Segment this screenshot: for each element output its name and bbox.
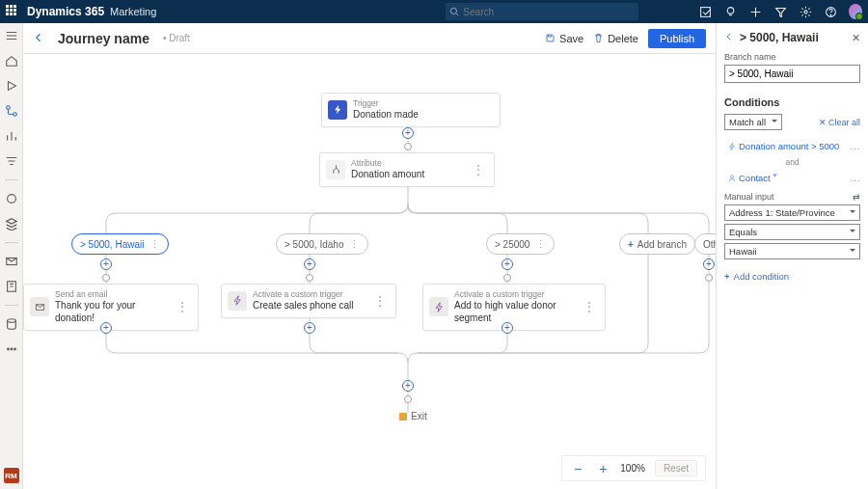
nav-layers-icon[interactable] [5, 217, 18, 231]
zoom-out-button[interactable]: − [570, 461, 585, 476]
nav-data-icon[interactable] [5, 317, 18, 331]
nav-circle-icon[interactable] [5, 192, 18, 205]
action-node-trigger-1[interactable]: Activate a custom triggerCreate sales ph… [221, 284, 396, 318]
search-input[interactable] [463, 7, 635, 17]
publish-button[interactable]: Publish [648, 29, 706, 48]
settings-icon[interactable] [799, 5, 812, 18]
trigger-icon [228, 291, 247, 311]
add-condition-button[interactable]: Add condition [724, 271, 860, 282]
trigger-node[interactable]: TriggerDonation made [321, 93, 501, 127]
zoom-reset-button[interactable]: Reset [655, 460, 697, 476]
node-more-icon[interactable]: ⋮ [580, 300, 599, 313]
branch-pill-1[interactable]: > 5000, Hawaii⋮ [71, 233, 169, 255]
svg-point-6 [830, 14, 831, 15]
add-step-button[interactable]: + [304, 322, 315, 334]
pill-more-icon[interactable]: ⋮ [535, 238, 546, 251]
global-search[interactable] [446, 3, 638, 20]
page-title: Journey name [58, 31, 149, 46]
add-step-button[interactable]: + [100, 322, 112, 334]
add-branch-button[interactable]: Add branch [619, 233, 695, 255]
nav-home-icon[interactable] [5, 54, 18, 68]
pill-more-icon[interactable]: ⋮ [349, 238, 360, 251]
connector-end [404, 143, 412, 150]
nav-templates-icon[interactable] [5, 280, 18, 293]
manual-input-label: Manual input [724, 192, 774, 202]
app-launcher-icon[interactable] [6, 5, 19, 18]
connector-end [404, 395, 412, 403]
connector-end [705, 274, 713, 282]
help-icon[interactable] [824, 5, 837, 18]
add-step-button[interactable]: + [703, 258, 715, 270]
add-step-button[interactable]: + [402, 127, 414, 139]
add-step-button[interactable]: + [402, 380, 414, 392]
node-more-icon[interactable]: ⋮ [469, 163, 488, 177]
field-select[interactable]: Address 1: State/Province [724, 204, 860, 221]
nav-analytics-icon[interactable] [5, 129, 18, 143]
action-node-trigger-2[interactable]: Activate a custom triggerAdd to high val… [422, 284, 606, 331]
condition-row-2[interactable]: Contact ˅ … [724, 170, 860, 186]
condition-row-1[interactable]: Donation amount > 5000 … [724, 138, 860, 154]
add-step-button[interactable]: + [502, 258, 513, 270]
add-step-button[interactable]: + [502, 322, 513, 334]
user-avatar[interactable] [849, 5, 862, 18]
nav-journeys-icon[interactable] [5, 104, 18, 118]
save-button[interactable]: Save [545, 33, 583, 44]
node-more-icon[interactable]: ⋮ [173, 300, 192, 313]
branch-name-input[interactable] [724, 65, 860, 83]
branch-pill-3[interactable]: > 25000⋮ [486, 233, 555, 255]
properties-panel: > 5000, Hawaii ✕ Branch name Conditions … [716, 23, 868, 489]
nav-mail-icon[interactable] [5, 255, 18, 268]
attribute-node[interactable]: AttributeDonation amount ⋮ [319, 152, 495, 187]
svg-point-3 [727, 7, 734, 14]
switch-input-icon[interactable]: ⇄ [853, 192, 860, 202]
branch-icon [326, 160, 345, 179]
nav-more-icon[interactable] [5, 342, 18, 356]
delete-button[interactable]: Delete [593, 33, 638, 44]
persona-badge[interactable]: RM [4, 468, 19, 483]
top-icons [698, 5, 862, 18]
zoom-in-button[interactable]: + [595, 461, 610, 476]
zoom-controls: − + 100% Reset [561, 455, 706, 481]
panel-title: > 5000, Hawaii [740, 31, 846, 44]
nav-play-icon[interactable] [5, 79, 18, 93]
pill-more-icon[interactable]: ⋮ [149, 238, 160, 251]
add-step-button[interactable]: + [304, 258, 315, 270]
add-icon[interactable] [748, 5, 762, 18]
connector-end [102, 274, 110, 282]
svg-point-9 [7, 195, 15, 204]
condition-more-icon[interactable]: … [850, 140, 860, 151]
branch-name-label: Branch name [724, 52, 860, 62]
idea-icon[interactable] [723, 5, 737, 18]
svg-point-25 [731, 176, 734, 178]
svg-point-8 [13, 113, 16, 117]
filter-icon[interactable] [773, 5, 787, 18]
clear-all-button[interactable]: ✕ Clear all [819, 118, 860, 127]
panel-close-button[interactable]: ✕ [852, 32, 860, 44]
value-select[interactable]: Hawaii [724, 243, 860, 259]
zoom-value: 100% [620, 463, 645, 474]
back-button[interactable] [33, 32, 44, 45]
svg-point-7 [6, 106, 10, 110]
nav-menu-icon[interactable] [5, 29, 18, 42]
trigger-icon [429, 297, 448, 316]
node-more-icon[interactable]: ⋮ [370, 294, 390, 308]
compose-icon[interactable] [698, 5, 712, 18]
command-bar: Journey name • Draft Save Delete Publish [23, 23, 716, 54]
action-node-email[interactable]: Send an emailThank you for your donation… [23, 284, 199, 331]
brand-area: Marketing [110, 6, 156, 17]
match-mode-select[interactable]: Match all [724, 114, 782, 130]
mail-icon [30, 297, 49, 316]
svg-point-13 [7, 348, 9, 350]
condition-more-icon[interactable]: … [850, 172, 860, 183]
panel-back-button[interactable] [724, 32, 734, 43]
connector-end [503, 274, 511, 282]
operator-select[interactable]: Equals [724, 224, 860, 240]
journey-canvas[interactable]: TriggerDonation made + AttributeDonation… [23, 54, 716, 489]
add-step-button[interactable]: + [100, 258, 112, 270]
brand: Dynamics 365 [27, 5, 104, 18]
branch-pill-other[interactable]: Other [694, 233, 716, 255]
branch-pill-2[interactable]: > 5000, Idaho⋮ [276, 233, 368, 255]
svg-point-0 [451, 8, 457, 14]
lightning-icon [328, 100, 347, 120]
nav-segments-icon[interactable] [5, 154, 18, 168]
